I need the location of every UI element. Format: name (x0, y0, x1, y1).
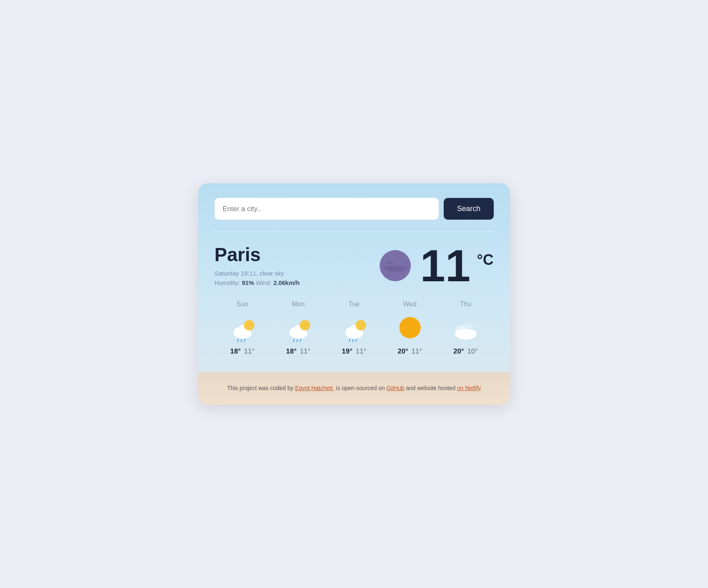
svg-point-16 (301, 321, 309, 329)
search-row: Search (215, 198, 494, 220)
svg-line-26 (353, 339, 353, 342)
temp-high: 20° (454, 347, 464, 356)
temp-high: 18° (230, 347, 241, 356)
forecast-day-mon: Mon 18° 11° (284, 301, 313, 356)
svg-point-1 (383, 265, 408, 272)
humidity-value: 91% (242, 279, 254, 286)
wind-label: Wind: (256, 279, 271, 286)
current-temperature: 11 (420, 243, 470, 288)
section-divider (215, 231, 494, 232)
svg-point-8 (245, 321, 253, 329)
wind-value: 2.06km/h (273, 279, 300, 286)
temp-low: 11° (356, 347, 367, 356)
forecast-icon-tue (339, 313, 369, 342)
footer-text-before: This project was coded by (227, 385, 295, 391)
svg-point-3 (390, 267, 393, 270)
temp-high: 19° (342, 347, 353, 356)
forecast-temps: 18° 11° (286, 347, 310, 356)
svg-point-29 (402, 319, 418, 336)
svg-point-24 (357, 321, 365, 329)
temp-block: 11 °C (377, 243, 494, 288)
forecast-icon-thu (451, 313, 481, 342)
city-search-input[interactable] (215, 198, 439, 220)
forecast-day-label: Mon (292, 301, 305, 308)
card-footer: This project was coded by Egypt Hatchett… (198, 372, 510, 405)
svg-line-18 (297, 339, 298, 342)
forecast-temps: 18° 11° (230, 347, 254, 356)
svg-point-2 (387, 261, 393, 264)
forecast-day-label: Sun (236, 301, 248, 308)
temp-low: 11° (244, 347, 255, 356)
forecast-icon-mon (284, 313, 313, 342)
city-info: Paris Saturday 19:11, clear sky Humidity… (215, 245, 300, 286)
footer-github-link[interactable]: GitHub (386, 385, 404, 391)
svg-line-10 (241, 339, 242, 342)
svg-line-11 (244, 339, 245, 342)
footer-text-after: and website hosted (404, 385, 457, 391)
humidity-label: Humidity: (215, 279, 241, 286)
svg-line-27 (356, 339, 357, 342)
temp-low: 11° (412, 347, 422, 356)
weather-datetime: Saturday 19:11, clear sky (215, 270, 300, 277)
weather-card: Search Paris Saturday 19:11, clear sky H… (198, 183, 510, 405)
weather-detail: Humidity: 91% Wind: 2.06km/h (215, 279, 300, 286)
forecast-icon-wed (395, 313, 425, 342)
temp-high: 20° (398, 347, 408, 356)
svg-line-9 (238, 339, 238, 342)
svg-point-34 (455, 329, 477, 340)
footer-author-link[interactable]: Egypt Hatchett, (295, 385, 335, 391)
forecast-row: Sun 18° 11° (215, 301, 494, 356)
forecast-day-sun: Sun 18° 11° (228, 301, 257, 356)
svg-line-25 (349, 339, 350, 342)
forecast-day-label: Tue (348, 301, 360, 308)
forecast-day-label: Wed (403, 301, 417, 308)
forecast-temps: 20° 11° (398, 347, 422, 356)
forecast-day-wed: Wed 20° 11° (395, 301, 425, 356)
forecast-day-tue: Tue 19° 11° (339, 301, 369, 356)
search-button[interactable]: Search (444, 198, 493, 220)
forecast-temps: 20° 10° (454, 347, 478, 356)
temp-low: 10° (467, 347, 478, 356)
temp-low: 11° (300, 347, 311, 356)
temp-high: 18° (286, 347, 297, 356)
forecast-temps: 19° 11° (342, 347, 366, 356)
svg-line-19 (300, 339, 301, 342)
temp-unit: °C (477, 243, 493, 269)
current-weather-icon (377, 247, 414, 284)
forecast-icon-sun (228, 313, 257, 342)
footer-netlify-link[interactable]: on Netlify (457, 385, 481, 391)
footer-text-middle: is open-sourced on (335, 385, 387, 391)
card-top: Search Paris Saturday 19:11, clear sky H… (198, 183, 510, 372)
svg-line-17 (293, 339, 294, 342)
forecast-day-thu: Thu 20° 10° (451, 301, 481, 356)
forecast-day-label: Thu (460, 301, 472, 308)
weather-main: Paris Saturday 19:11, clear sky Humidity… (215, 243, 494, 288)
city-name: Paris (215, 245, 300, 264)
